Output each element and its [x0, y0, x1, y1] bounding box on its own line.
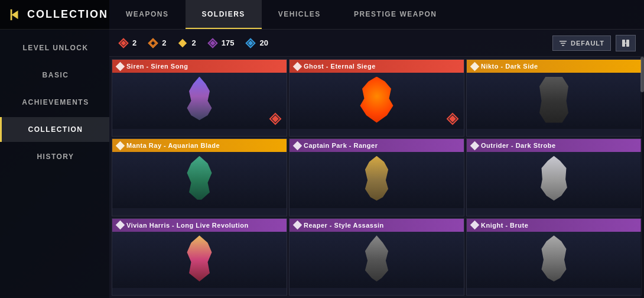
svg-rect-11: [560, 41, 567, 42]
card-badge-siren: [269, 112, 282, 125]
card-char-mantaray: [179, 156, 220, 205]
card-char-knight: [534, 235, 575, 284]
svg-rect-12: [561, 43, 565, 44]
card-char-ghost: [356, 77, 398, 125]
card-knight[interactable]: Knight - Brute: [466, 218, 642, 296]
svg-marker-6: [178, 38, 187, 47]
card-outrider[interactable]: Outrider - Dark Strobe: [466, 138, 642, 216]
card-title-icon-knight: [470, 221, 480, 230]
card-char-captain: [356, 156, 398, 205]
card-title-reaper: Reaper - Style Assassin: [290, 219, 464, 232]
card-image-ghost: [290, 73, 464, 129]
card-mantaray[interactable]: Manta Ray - Aquarian Blade: [112, 138, 287, 216]
back-button[interactable]: [8, 6, 21, 24]
scrollbar-track: [640, 57, 644, 298]
tab-prestige-weapon[interactable]: PRESTIGE WEAPON: [337, 0, 454, 29]
svg-rect-13: [562, 45, 564, 46]
card-char-vivian: [179, 235, 220, 284]
card-nikto[interactable]: Nikto - Dark Side: [466, 59, 642, 137]
cards-grid: Siren - Siren Song Ghost - Eternal Siege: [109, 57, 644, 298]
card-vivian[interactable]: Vivian Harris - Long Live Revolution: [112, 218, 287, 296]
currency-icon-2: [147, 37, 159, 49]
tab-vehicles[interactable]: VEHICLES: [262, 0, 337, 29]
main-content: WEAPONS SOLDIERS VEHICLES PRESTIGE WEAPO…: [109, 0, 644, 298]
card-image-outrider: [467, 152, 641, 208]
card-title-knight: Knight - Brute: [467, 219, 641, 232]
tabs-bar: WEAPONS SOLDIERS VEHICLES PRESTIGE WEAPO…: [109, 0, 644, 30]
sort-label: DEFAULT: [571, 40, 604, 47]
svg-rect-1: [11, 9, 12, 20]
card-title-mantaray: Manta Ray - Aquarian Blade: [112, 139, 287, 152]
sidebar: COLLECTION LEVEL UNLOCK BASIC ACHIEVEMEN…: [0, 0, 109, 298]
page-title: COLLECTION: [27, 8, 108, 21]
sidebar-item-level-unlock[interactable]: LEVEL UNLOCK: [0, 35, 109, 60]
sidebar-item-basic[interactable]: BASIC: [0, 63, 109, 88]
currency-item-2: 2: [147, 37, 166, 49]
card-title-captain: Captain Park - Ranger: [290, 139, 464, 152]
currency-icon-5: [245, 37, 256, 49]
export-button[interactable]: [616, 35, 636, 51]
currency-item-1: 2: [118, 37, 136, 49]
sidebar-item-collection[interactable]: COLLECTION: [0, 117, 109, 142]
card-char-reaper: [356, 235, 398, 284]
card-title-text-captain: Captain Park - Ranger: [304, 142, 378, 149]
card-image-knight: [467, 232, 641, 288]
card-char-siren: [179, 77, 220, 125]
currency-bar: 2 2 2: [109, 30, 644, 57]
currency-item-5: 20: [245, 37, 268, 49]
card-ghost[interactable]: Ghost - Eternal Siege: [289, 59, 464, 137]
card-title-icon-vivian: [116, 221, 125, 230]
card-title-text-nikto: Nikto - Dark Side: [481, 63, 538, 70]
header-bar: COLLECTION: [0, 0, 109, 30]
sidebar-item-achievements[interactable]: ACHIEVEMENTS: [0, 90, 109, 115]
card-title-icon-reaper: [293, 221, 303, 230]
card-title-icon-captain: [293, 141, 303, 151]
card-title-outrider: Outrider - Dark Strobe: [467, 139, 641, 152]
card-title-icon-nikto: [470, 61, 480, 71]
card-title-text-siren: Siren - Siren Song: [126, 63, 188, 70]
card-title-icon-outrider: [470, 141, 480, 151]
card-title-text-mantaray: Manta Ray - Aquarian Blade: [126, 142, 220, 149]
currency-icon-3: [177, 37, 188, 49]
tab-soldiers[interactable]: SOLDIERS: [186, 0, 262, 29]
currency-item-4: 175: [207, 37, 235, 49]
currency-icon-4: [207, 37, 219, 49]
sidebar-nav: LEVEL UNLOCK BASIC ACHIEVEMENTS COLLECTI…: [0, 30, 109, 175]
card-title-icon-siren: [116, 61, 125, 71]
card-image-mantaray: [112, 152, 287, 208]
currency-value-1: 2: [132, 38, 136, 47]
sort-button[interactable]: DEFAULT: [552, 35, 611, 51]
card-title-icon-mantaray: [116, 141, 125, 151]
currency-value-5: 20: [259, 38, 268, 47]
tab-weapons[interactable]: WEAPONS: [109, 0, 186, 29]
sidebar-item-history[interactable]: HISTORY: [0, 144, 109, 169]
card-title-text-knight: Knight - Brute: [481, 222, 528, 229]
card-captain[interactable]: Captain Park - Ranger: [289, 138, 464, 216]
currency-value-3: 2: [191, 38, 196, 47]
card-image-reaper: [290, 232, 464, 288]
card-siren[interactable]: Siren - Siren Song: [112, 59, 287, 137]
card-image-siren: [112, 73, 287, 129]
currency-value-2: 2: [162, 38, 166, 47]
card-title-text-reaper: Reaper - Style Assassin: [304, 222, 384, 229]
currency-value-4: 175: [222, 38, 235, 47]
card-image-captain: [290, 152, 464, 208]
currency-icon-1: [118, 37, 129, 49]
card-reaper[interactable]: Reaper - Style Assassin: [289, 218, 464, 296]
card-title-nikto: Nikto - Dark Side: [467, 60, 641, 73]
card-title-icon-ghost: [293, 61, 303, 71]
card-title-ghost: Ghost - Eternal Siege: [290, 60, 464, 73]
card-char-outrider: [534, 156, 575, 205]
card-char-nikto: [534, 77, 575, 125]
card-title-vivian: Vivian Harris - Long Live Revolution: [112, 219, 287, 232]
svg-marker-0: [12, 10, 18, 19]
sort-controls: DEFAULT: [552, 35, 636, 51]
card-title-text-ghost: Ghost - Eternal Siege: [304, 63, 376, 70]
card-title-siren: Siren - Siren Song: [112, 60, 287, 73]
scrollbar-thumb[interactable]: [640, 57, 644, 92]
card-image-nikto: [467, 73, 641, 129]
card-title-text-outrider: Outrider - Dark Strobe: [481, 142, 556, 149]
currency-item-3: 2: [177, 37, 196, 49]
card-badge-ghost: [446, 112, 459, 125]
card-image-vivian: [112, 232, 287, 288]
